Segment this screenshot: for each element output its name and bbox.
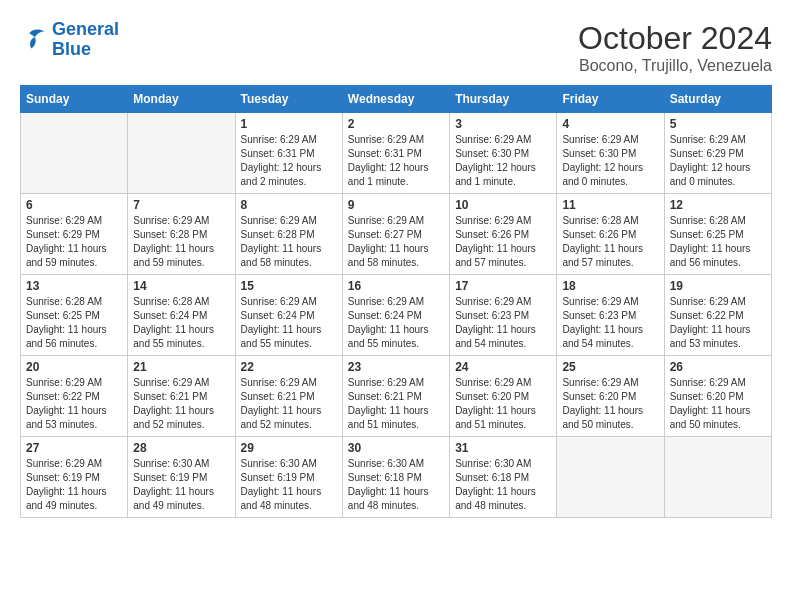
day-info: Sunrise: 6:28 AMSunset: 6:25 PMDaylight:… xyxy=(26,295,122,351)
day-number: 7 xyxy=(133,198,229,212)
month-title: October 2024 xyxy=(578,20,772,57)
calendar-cell: 17Sunrise: 6:29 AMSunset: 6:23 PMDayligh… xyxy=(450,275,557,356)
calendar-cell xyxy=(557,437,664,518)
calendar-week-2: 6Sunrise: 6:29 AMSunset: 6:29 PMDaylight… xyxy=(21,194,772,275)
column-header-saturday: Saturday xyxy=(664,86,771,113)
day-info: Sunrise: 6:30 AMSunset: 6:19 PMDaylight:… xyxy=(241,457,337,513)
column-header-wednesday: Wednesday xyxy=(342,86,449,113)
day-info: Sunrise: 6:29 AMSunset: 6:23 PMDaylight:… xyxy=(455,295,551,351)
day-number: 12 xyxy=(670,198,766,212)
day-info: Sunrise: 6:30 AMSunset: 6:19 PMDaylight:… xyxy=(133,457,229,513)
calendar-week-1: 1Sunrise: 6:29 AMSunset: 6:31 PMDaylight… xyxy=(21,113,772,194)
day-info: Sunrise: 6:29 AMSunset: 6:29 PMDaylight:… xyxy=(26,214,122,270)
calendar-cell: 21Sunrise: 6:29 AMSunset: 6:21 PMDayligh… xyxy=(128,356,235,437)
calendar-cell: 14Sunrise: 6:28 AMSunset: 6:24 PMDayligh… xyxy=(128,275,235,356)
day-number: 14 xyxy=(133,279,229,293)
calendar-cell: 16Sunrise: 6:29 AMSunset: 6:24 PMDayligh… xyxy=(342,275,449,356)
day-number: 30 xyxy=(348,441,444,455)
day-number: 21 xyxy=(133,360,229,374)
day-number: 17 xyxy=(455,279,551,293)
day-number: 6 xyxy=(26,198,122,212)
calendar-cell: 7Sunrise: 6:29 AMSunset: 6:28 PMDaylight… xyxy=(128,194,235,275)
day-number: 31 xyxy=(455,441,551,455)
calendar-cell: 4Sunrise: 6:29 AMSunset: 6:30 PMDaylight… xyxy=(557,113,664,194)
day-number: 13 xyxy=(26,279,122,293)
calendar-cell xyxy=(21,113,128,194)
day-number: 1 xyxy=(241,117,337,131)
calendar-cell: 12Sunrise: 6:28 AMSunset: 6:25 PMDayligh… xyxy=(664,194,771,275)
day-info: Sunrise: 6:29 AMSunset: 6:23 PMDaylight:… xyxy=(562,295,658,351)
calendar-cell: 6Sunrise: 6:29 AMSunset: 6:29 PMDaylight… xyxy=(21,194,128,275)
calendar-cell: 1Sunrise: 6:29 AMSunset: 6:31 PMDaylight… xyxy=(235,113,342,194)
day-info: Sunrise: 6:29 AMSunset: 6:20 PMDaylight:… xyxy=(670,376,766,432)
calendar-table: SundayMondayTuesdayWednesdayThursdayFrid… xyxy=(20,85,772,518)
day-info: Sunrise: 6:29 AMSunset: 6:28 PMDaylight:… xyxy=(133,214,229,270)
day-number: 23 xyxy=(348,360,444,374)
day-number: 11 xyxy=(562,198,658,212)
calendar-cell: 10Sunrise: 6:29 AMSunset: 6:26 PMDayligh… xyxy=(450,194,557,275)
calendar-cell: 27Sunrise: 6:29 AMSunset: 6:19 PMDayligh… xyxy=(21,437,128,518)
day-number: 10 xyxy=(455,198,551,212)
day-info: Sunrise: 6:28 AMSunset: 6:25 PMDaylight:… xyxy=(670,214,766,270)
day-info: Sunrise: 6:29 AMSunset: 6:22 PMDaylight:… xyxy=(26,376,122,432)
calendar-cell: 2Sunrise: 6:29 AMSunset: 6:31 PMDaylight… xyxy=(342,113,449,194)
calendar-cell: 18Sunrise: 6:29 AMSunset: 6:23 PMDayligh… xyxy=(557,275,664,356)
calendar-week-4: 20Sunrise: 6:29 AMSunset: 6:22 PMDayligh… xyxy=(21,356,772,437)
day-number: 25 xyxy=(562,360,658,374)
day-info: Sunrise: 6:29 AMSunset: 6:26 PMDaylight:… xyxy=(455,214,551,270)
day-number: 16 xyxy=(348,279,444,293)
calendar-cell: 23Sunrise: 6:29 AMSunset: 6:21 PMDayligh… xyxy=(342,356,449,437)
day-info: Sunrise: 6:29 AMSunset: 6:30 PMDaylight:… xyxy=(562,133,658,189)
logo-line1: General xyxy=(52,19,119,39)
calendar-cell: 31Sunrise: 6:30 AMSunset: 6:18 PMDayligh… xyxy=(450,437,557,518)
calendar-cell: 28Sunrise: 6:30 AMSunset: 6:19 PMDayligh… xyxy=(128,437,235,518)
day-info: Sunrise: 6:29 AMSunset: 6:20 PMDaylight:… xyxy=(562,376,658,432)
day-info: Sunrise: 6:29 AMSunset: 6:24 PMDaylight:… xyxy=(241,295,337,351)
logo: General Blue xyxy=(20,20,119,60)
day-info: Sunrise: 6:29 AMSunset: 6:28 PMDaylight:… xyxy=(241,214,337,270)
day-number: 15 xyxy=(241,279,337,293)
calendar-cell: 11Sunrise: 6:28 AMSunset: 6:26 PMDayligh… xyxy=(557,194,664,275)
calendar-cell: 24Sunrise: 6:29 AMSunset: 6:20 PMDayligh… xyxy=(450,356,557,437)
day-info: Sunrise: 6:29 AMSunset: 6:30 PMDaylight:… xyxy=(455,133,551,189)
column-header-thursday: Thursday xyxy=(450,86,557,113)
day-number: 18 xyxy=(562,279,658,293)
day-info: Sunrise: 6:29 AMSunset: 6:29 PMDaylight:… xyxy=(670,133,766,189)
calendar-cell: 26Sunrise: 6:29 AMSunset: 6:20 PMDayligh… xyxy=(664,356,771,437)
day-number: 26 xyxy=(670,360,766,374)
title-area: October 2024 Bocono, Trujillo, Venezuela xyxy=(578,20,772,75)
day-info: Sunrise: 6:30 AMSunset: 6:18 PMDaylight:… xyxy=(348,457,444,513)
day-info: Sunrise: 6:29 AMSunset: 6:21 PMDaylight:… xyxy=(133,376,229,432)
day-info: Sunrise: 6:29 AMSunset: 6:20 PMDaylight:… xyxy=(455,376,551,432)
day-info: Sunrise: 6:29 AMSunset: 6:31 PMDaylight:… xyxy=(241,133,337,189)
calendar-cell: 20Sunrise: 6:29 AMSunset: 6:22 PMDayligh… xyxy=(21,356,128,437)
day-number: 5 xyxy=(670,117,766,131)
calendar-cell: 3Sunrise: 6:29 AMSunset: 6:30 PMDaylight… xyxy=(450,113,557,194)
day-number: 28 xyxy=(133,441,229,455)
calendar-cell xyxy=(664,437,771,518)
day-info: Sunrise: 6:29 AMSunset: 6:21 PMDaylight:… xyxy=(241,376,337,432)
calendar-cell: 15Sunrise: 6:29 AMSunset: 6:24 PMDayligh… xyxy=(235,275,342,356)
day-info: Sunrise: 6:28 AMSunset: 6:26 PMDaylight:… xyxy=(562,214,658,270)
calendar-cell: 5Sunrise: 6:29 AMSunset: 6:29 PMDaylight… xyxy=(664,113,771,194)
calendar-cell: 30Sunrise: 6:30 AMSunset: 6:18 PMDayligh… xyxy=(342,437,449,518)
day-info: Sunrise: 6:29 AMSunset: 6:24 PMDaylight:… xyxy=(348,295,444,351)
day-info: Sunrise: 6:28 AMSunset: 6:24 PMDaylight:… xyxy=(133,295,229,351)
day-number: 8 xyxy=(241,198,337,212)
day-number: 3 xyxy=(455,117,551,131)
calendar-cell: 8Sunrise: 6:29 AMSunset: 6:28 PMDaylight… xyxy=(235,194,342,275)
day-number: 2 xyxy=(348,117,444,131)
calendar-cell: 22Sunrise: 6:29 AMSunset: 6:21 PMDayligh… xyxy=(235,356,342,437)
column-header-monday: Monday xyxy=(128,86,235,113)
day-number: 24 xyxy=(455,360,551,374)
calendar-cell: 19Sunrise: 6:29 AMSunset: 6:22 PMDayligh… xyxy=(664,275,771,356)
day-number: 22 xyxy=(241,360,337,374)
day-info: Sunrise: 6:30 AMSunset: 6:18 PMDaylight:… xyxy=(455,457,551,513)
day-number: 9 xyxy=(348,198,444,212)
day-number: 27 xyxy=(26,441,122,455)
logo-line2: Blue xyxy=(52,39,91,59)
day-info: Sunrise: 6:29 AMSunset: 6:19 PMDaylight:… xyxy=(26,457,122,513)
day-number: 19 xyxy=(670,279,766,293)
logo-text: General Blue xyxy=(52,20,119,60)
calendar-cell: 25Sunrise: 6:29 AMSunset: 6:20 PMDayligh… xyxy=(557,356,664,437)
